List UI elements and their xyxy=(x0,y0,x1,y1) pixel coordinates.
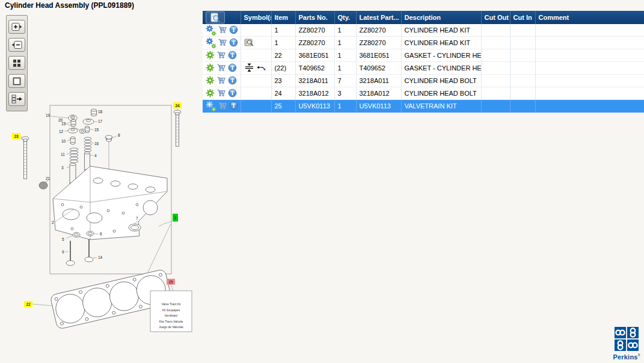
cell-item: 1 xyxy=(271,24,295,37)
cell-cut_out xyxy=(481,87,510,100)
add-to-cart-icon[interactable] xyxy=(216,50,226,61)
cell-description: CYLINDER HEAD KIT xyxy=(401,37,481,49)
highlight-label-25[interactable]: 25 xyxy=(167,279,175,285)
column-header-parts_no[interactable]: Parts No. xyxy=(295,11,334,24)
configure-icon[interactable] xyxy=(206,76,215,86)
cell-comment xyxy=(535,49,644,62)
cell-parts_no: ZZ80270 xyxy=(295,37,334,49)
highlight-label-24[interactable]: 24 xyxy=(173,102,182,108)
tile-view-button[interactable] xyxy=(8,56,25,70)
add-to-cart-icon[interactable] xyxy=(216,63,226,73)
cell-parts_no: 3218A012 xyxy=(295,87,334,100)
cell-cut_out xyxy=(481,37,510,49)
cell-qty: 1 xyxy=(334,37,356,49)
configure-kit-icon[interactable] xyxy=(206,25,216,36)
callout-10[interactable]: 10 xyxy=(61,139,66,143)
cell-parts_no: T409652 xyxy=(295,62,334,75)
callout-4[interactable]: 4 xyxy=(94,154,97,158)
callout-6[interactable]: 6 xyxy=(100,232,102,236)
cell-symbols xyxy=(241,24,271,37)
table-row[interactable]: i1ZZ802701ZZ80270CYLINDER HEAD KIT xyxy=(203,37,644,49)
tile-view-icon xyxy=(13,59,21,67)
callout-3[interactable]: 3 xyxy=(61,166,64,170)
book-magnifier-icon[interactable] xyxy=(244,38,254,48)
cell-cut_in xyxy=(510,100,535,113)
table-row[interactable]: i(22)T4096521T409652GASKET - CYLINDER HE… xyxy=(203,62,644,75)
column-header-actions[interactable] xyxy=(203,11,241,24)
callout-12[interactable]: 12 xyxy=(59,129,64,134)
table-row[interactable]: i233218A01173218A011CYLINDER HEAD BOLT xyxy=(203,75,644,87)
callout-17[interactable]: 17 xyxy=(98,119,103,123)
cell-comment xyxy=(535,24,644,37)
configure-kit-icon[interactable] xyxy=(206,37,216,49)
cell-item: 24 xyxy=(271,87,295,100)
configure-icon[interactable] xyxy=(206,88,215,99)
callout-8[interactable]: 8 xyxy=(118,133,120,137)
column-header-cut_in[interactable]: Cut In xyxy=(510,11,535,24)
cell-description: GASKET - CYLINDER HEAD xyxy=(401,49,481,62)
zoom-in-button[interactable] xyxy=(8,20,25,34)
cell-description: CYLINDER HEAD KIT xyxy=(401,24,481,37)
callout-9[interactable]: 9 xyxy=(62,250,64,254)
column-header-qty[interactable]: Qty. xyxy=(334,11,356,24)
zoom-out-button[interactable] xyxy=(8,38,25,52)
single-view-icon xyxy=(13,77,21,85)
cell-comment xyxy=(535,87,644,100)
cell-item: (22) xyxy=(271,62,295,75)
add-to-cart-icon[interactable] xyxy=(218,25,227,36)
preview-icon[interactable] xyxy=(206,11,225,23)
part-info-icon[interactable]: i xyxy=(228,76,237,86)
callout-11[interactable]: 11 xyxy=(61,152,65,157)
configure-icon[interactable] xyxy=(206,63,215,73)
column-header-description[interactable]: Description xyxy=(401,11,481,24)
cell-symbols xyxy=(241,87,271,100)
table-row[interactable]: i243218A01233218A012CYLINDER HEAD BOLT xyxy=(203,87,644,100)
part-info-icon[interactable]: i xyxy=(228,88,237,99)
cell-comment xyxy=(535,75,644,87)
part-info-icon[interactable]: i xyxy=(228,51,237,61)
cell-description: CYLINDER HEAD BOLT xyxy=(401,87,481,100)
highlight-label-23[interactable]: 23 xyxy=(12,133,20,139)
svg-text:23: 23 xyxy=(14,134,19,138)
callout-7[interactable]: 7 xyxy=(136,216,138,220)
table-row[interactable]: i1ZZ802701ZZ80270CYLINDER HEAD KIT xyxy=(203,24,644,37)
add-to-cart-icon[interactable] xyxy=(218,37,227,48)
highlight-label-1[interactable]: 1 xyxy=(173,214,178,222)
cell-item: 25 xyxy=(271,100,295,113)
add-to-cart-icon[interactable] xyxy=(218,101,227,111)
column-header-cut_out[interactable]: Cut Out xyxy=(481,11,510,24)
part-info-icon[interactable]: i xyxy=(229,25,238,36)
table-row[interactable]: i223681E05113681E051GASKET - CYLINDER HE… xyxy=(203,49,644,62)
cell-cut_out xyxy=(481,100,510,113)
callout-18[interactable]: 18 xyxy=(98,110,103,114)
column-header-symbols[interactable]: Symbol(s) xyxy=(241,11,271,24)
part-info-icon[interactable]: i xyxy=(228,63,237,73)
part-info-icon[interactable]: i xyxy=(229,38,238,48)
parts-table-container: Symbol(s)ItemParts No.Qty.Latest Part...… xyxy=(203,11,644,113)
callout-21[interactable]: 21 xyxy=(46,176,51,181)
single-view-button[interactable] xyxy=(8,74,25,88)
configure-kit-icon[interactable] xyxy=(206,101,216,112)
configure-icon[interactable] xyxy=(206,51,215,61)
callout-16[interactable]: 16 xyxy=(94,141,99,146)
cell-parts_no: U5VK0113 xyxy=(295,100,334,113)
column-header-item[interactable]: Item xyxy=(271,11,295,24)
part-info-icon[interactable]: i xyxy=(229,101,238,111)
highlight-label-22[interactable]: 22 xyxy=(24,301,32,307)
callout-5[interactable]: 5 xyxy=(62,237,64,241)
page-title: Cylinder Head Assembly (PPL091889) xyxy=(5,1,134,10)
add-to-cart-icon[interactable] xyxy=(216,75,226,86)
callout-19[interactable]: 19 xyxy=(46,113,51,117)
callout-14[interactable]: 14 xyxy=(98,255,103,259)
column-header-comment[interactable]: Comment xyxy=(535,11,644,24)
cell-actions: i xyxy=(203,75,241,87)
toggle-parts-list-button[interactable] xyxy=(8,92,25,106)
perkins-logo-text: Perkins® xyxy=(612,353,641,361)
callout-2[interactable]: 2 xyxy=(52,220,54,225)
callout-13[interactable]: 13 xyxy=(61,122,66,126)
callout-15[interactable]: 15 xyxy=(94,128,99,132)
table-row[interactable]: i25U5VK01131U5VK0113VALVETRAIN KIT xyxy=(203,100,644,113)
add-to-cart-icon[interactable] xyxy=(216,88,226,99)
column-header-latest[interactable]: Latest Part... xyxy=(356,11,401,24)
cell-actions: i xyxy=(203,87,241,100)
